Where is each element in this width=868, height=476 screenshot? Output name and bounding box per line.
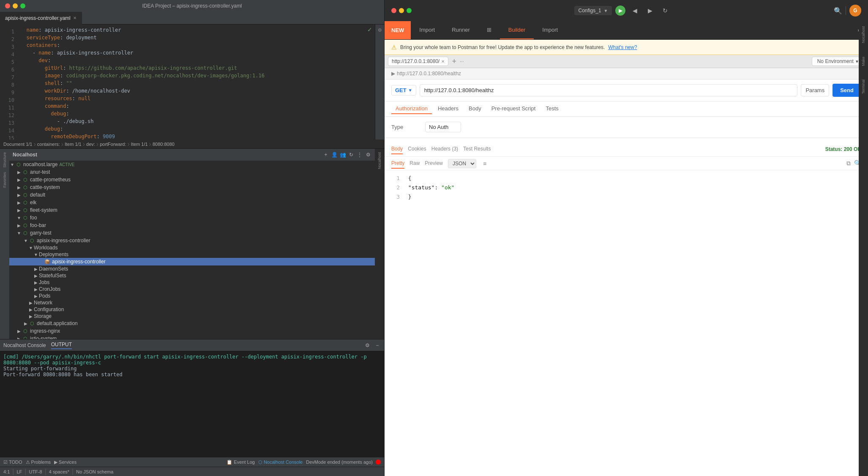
pm-nav-team-library[interactable]: Import	[534, 21, 566, 39]
ns-ingress-nginx[interactable]: ▶ ⬡ ingress-nginx	[9, 327, 375, 335]
console-tab-output[interactable]: OUTPUT	[51, 342, 72, 349]
pm-body-tab-cookies[interactable]: Cookies	[408, 144, 426, 154]
pm-search-btn[interactable]: 🔍	[834, 7, 842, 15]
deployment-apisix[interactable]: ▶ 📦 apisix-ingress-controller	[9, 258, 375, 265]
pods-group[interactable]: ▶ Pods	[9, 293, 375, 299]
maximize-btn[interactable]	[20, 3, 25, 8]
tree-server[interactable]: ▼ ⬡ nocalhost.large ACTIVE	[9, 161, 375, 168]
person-icon[interactable]: 👤	[331, 151, 338, 158]
settings-icon[interactable]: ⚙	[376, 26, 384, 34]
ns-foo-bar[interactable]: ▶ ⬡ foo-bar	[9, 222, 375, 229]
storage-group[interactable]: ▶ Storage	[9, 313, 375, 320]
pm-tab-body[interactable]: Body	[464, 104, 486, 114]
pm-tab-authorization[interactable]: Authorization	[391, 104, 432, 114]
console-close-icon[interactable]: −	[374, 342, 381, 349]
nocalhost-tree[interactable]: ▼ ⬡ nocalhost.large ACTIVE ▶ ⬡ anur-test…	[9, 161, 375, 339]
pm-vstrip-make[interactable]: Make	[861, 55, 865, 68]
default-app[interactable]: ▶ ⬡ default.application	[9, 320, 375, 327]
pm-tab-tests[interactable]: Tests	[541, 104, 562, 114]
pm-auth-type-select[interactable]: No Auth	[425, 122, 461, 132]
close-btn[interactable]	[5, 3, 10, 8]
event-log-btn[interactable]: 📋 Event Log	[227, 460, 255, 465]
ns-fleet-system[interactable]: ▶ ⬡ fleet-system	[9, 206, 375, 214]
pm-tab-more[interactable]: ···	[460, 58, 464, 64]
nocalhost-strip-label[interactable]: Nocalhost	[377, 150, 382, 171]
pm-body-tab-headers[interactable]: Headers (3)	[431, 144, 458, 154]
pm-view-raw[interactable]: Raw	[409, 159, 420, 169]
problems-btn[interactable]: ⚠ Problems	[26, 460, 51, 465]
minimize-btn[interactable]	[13, 3, 18, 8]
favorites-label[interactable]: Favorites	[3, 170, 7, 189]
file-tab-active[interactable]: apisix-ingress-controller.yaml ✕	[0, 12, 82, 25]
structure-label[interactable]: Structure	[3, 150, 7, 170]
pm-nav-toggle[interactable]: ⊞	[478, 21, 500, 39]
statefulsets-group[interactable]: ▶ StatefulSets	[9, 272, 375, 279]
pm-wrap-icon[interactable]: ≡	[483, 160, 486, 167]
pm-url-input[interactable]	[420, 84, 798, 96]
pm-avatar[interactable]: G	[849, 5, 861, 16]
pm-vstrip-terminal[interactable]: Terminal	[861, 78, 865, 96]
refresh-icon[interactable]: ↻	[348, 151, 355, 158]
ns-cattle-prometheus[interactable]: ▶ ⬡ cattle-prometheus	[9, 176, 375, 183]
pm-forward-btn[interactable]: ▶	[644, 5, 656, 16]
services-btn[interactable]: ▶ Services	[54, 460, 76, 465]
pm-body-tab-test-results[interactable]: Test Results	[463, 144, 491, 154]
settings-icon[interactable]: ⚙	[365, 151, 371, 158]
console-settings-icon[interactable]: ⚙	[364, 342, 371, 349]
pm-tab-headers[interactable]: Headers	[434, 104, 463, 114]
pm-format-select[interactable]: JSON	[448, 159, 476, 168]
more-icon[interactable]: ⋮	[356, 151, 363, 158]
configuration-group[interactable]: ▶ Configuration	[9, 306, 375, 313]
ns-default[interactable]: ▶ ⬡ default	[9, 191, 375, 199]
pm-view-pretty[interactable]: Pretty	[391, 159, 404, 169]
pm-minimize-btn[interactable]	[399, 8, 404, 13]
ns-elk[interactable]: ▶ ⬡ elk	[9, 199, 375, 206]
pm-no-env-btn[interactable]: No Environment ▼	[812, 57, 865, 66]
todo-icon: ☑	[3, 460, 8, 465]
code-editor[interactable]: name: apisix-ingress-controller serviceT…	[17, 25, 375, 140]
pm-tab-pre-request[interactable]: Pre-request Script	[487, 104, 540, 114]
pm-maximize-btn[interactable]	[407, 8, 412, 13]
cronjobs-group[interactable]: ▶ CronJobs	[9, 286, 375, 293]
pm-run-btn[interactable]: ▶	[615, 5, 625, 16]
ns-cattle-system[interactable]: ▶ ⬡ cattle-system	[9, 183, 375, 191]
arrow-right-icon: ▶	[33, 274, 39, 278]
pm-new-btn[interactable]: NEW	[385, 21, 411, 39]
network-group[interactable]: ▶ Network	[9, 299, 375, 306]
ns-foo[interactable]: ▼ ⬡ foo	[9, 214, 375, 222]
pm-nav-runner[interactable]: Runner	[443, 21, 478, 39]
pm-nav-builder[interactable]: Builder	[500, 21, 534, 39]
tab-close-icon[interactable]: ✕	[73, 16, 76, 20]
ns-garry-test[interactable]: ▼ ⬡ garry-test	[9, 229, 375, 237]
pm-send-btn[interactable]: Send	[833, 84, 861, 97]
pm-vstrip-nocalhost[interactable]: Nocalhost	[861, 25, 865, 45]
copy-icon[interactable]: ⧉	[846, 160, 851, 167]
todo-btn[interactable]: ☑ TODO	[3, 460, 22, 465]
pm-nav-import[interactable]: Import	[411, 21, 443, 39]
pm-banner-link[interactable]: What's new?	[608, 44, 637, 50]
add-icon[interactable]: +	[322, 151, 329, 158]
pm-sync-icon[interactable]: ↻	[659, 5, 671, 16]
pm-back-btn[interactable]: ◀	[629, 5, 641, 16]
pm-view-preview[interactable]: Preview	[425, 159, 443, 169]
daemonsets-group[interactable]: ▶ DaemonSets	[9, 265, 375, 272]
ns-istio-system[interactable]: ▶ ⬡ istio-system	[9, 335, 375, 339]
pm-params-btn[interactable]: Params	[801, 84, 829, 96]
workloads-group[interactable]: ▼ Workloads	[9, 244, 375, 251]
nocalhost-console-btn[interactable]: ⬡ Nocalhost Console	[258, 460, 303, 465]
ns-anur-test[interactable]: ▶ ⬡ anur-test	[9, 168, 375, 176]
pm-add-tab-btn[interactable]: +	[452, 57, 456, 65]
app-apisix[interactable]: ▼ ⬡ apisix-ingress-controller	[9, 237, 375, 244]
ide-console: Nocalhost Console OUTPUT ⚙ − [cmd] /User…	[0, 339, 384, 457]
namespace-icon: ⬡	[22, 191, 29, 198]
deployments-group[interactable]: ▼ Deployments	[9, 251, 375, 258]
pm-config-btn[interactable]: Configs_1 ▼	[574, 6, 612, 15]
group-icon[interactable]: 👥	[339, 151, 346, 158]
pm-close-btn[interactable]	[391, 8, 396, 13]
pm-method-select[interactable]: GET ▼	[391, 85, 416, 96]
chevron-down-icon: ▼	[604, 8, 608, 13]
pm-url-tab[interactable]: http://127.0.0.1:8080/ ✕	[388, 57, 448, 66]
jobs-group[interactable]: ▶ Jobs	[9, 279, 375, 286]
url-tab-close-icon[interactable]: ✕	[441, 59, 445, 64]
pm-body-tab-body[interactable]: Body	[391, 144, 403, 154]
